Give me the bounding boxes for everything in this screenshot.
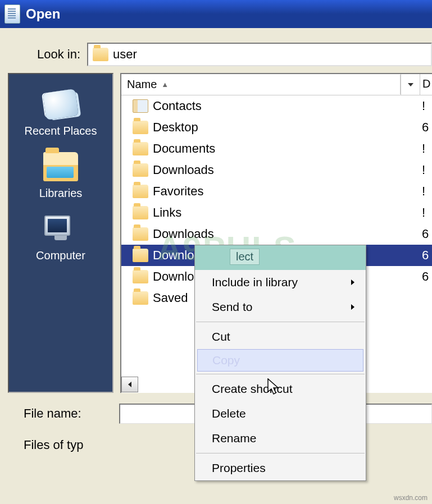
file-name: Links [153, 205, 181, 220]
menu-item-label: Rename [212, 432, 256, 445]
folder-icon [133, 291, 148, 305]
file-name: Saved [153, 291, 188, 305]
scroll-left-button[interactable] [121, 377, 138, 392]
folder-icon [133, 142, 148, 155]
file-name: Downloads [153, 227, 214, 241]
menu-item-label: lect [230, 249, 260, 265]
menu-item[interactable]: Send to [195, 295, 366, 319]
folder-icon [133, 121, 148, 134]
file-row[interactable]: Downloads! [121, 159, 432, 181]
column-header-row: Name ▲ D [121, 74, 432, 95]
folder-icon [133, 249, 148, 262]
svg-marker-0 [408, 83, 413, 86]
filetype-label: Files of typ [24, 438, 113, 452]
libraries-icon [43, 152, 78, 181]
file-trail: ! [422, 184, 432, 199]
file-name: Contacts [153, 99, 202, 113]
menu-separator [196, 453, 365, 453]
svg-marker-1 [128, 382, 131, 387]
file-name: Documents [153, 141, 215, 156]
sidebar-item-label: Computer [36, 249, 85, 262]
lookin-label: Look in: [37, 47, 80, 62]
places-sidebar: Recent Places Libraries Computer [8, 73, 113, 393]
menu-item-label: Cut [212, 330, 230, 343]
file-row[interactable]: Downloads6 [121, 223, 432, 245]
folder-icon [133, 270, 148, 283]
context-menu[interactable]: lectInclude in librarySend toCutCopyCrea… [194, 245, 366, 481]
sidebar-item-label: Libraries [39, 187, 83, 200]
column-header-next[interactable]: D [420, 74, 432, 95]
file-trail: 6 [422, 120, 432, 135]
folder-icon [133, 185, 148, 198]
file-row[interactable]: Contacts! [121, 95, 432, 117]
menu-item-label: Properties [212, 461, 266, 475]
file-row[interactable]: Links! [121, 202, 432, 223]
menu-item[interactable]: Properties [195, 456, 366, 480]
menu-separator [196, 322, 365, 322]
folder-icon [133, 206, 148, 219]
file-trail: ! [422, 205, 432, 220]
file-name: Downloads [153, 163, 214, 177]
titlebar[interactable]: Open [0, 0, 432, 28]
sidebar-item-label: Recent Places [25, 125, 97, 138]
filename-label: File name: [24, 406, 113, 421]
file-row[interactable]: Documents! [121, 138, 432, 159]
menu-item[interactable]: lect [195, 245, 366, 270]
menu-item[interactable]: Rename [195, 426, 366, 451]
file-trail: 6 [422, 269, 432, 284]
menu-item-label: Send to [212, 300, 252, 314]
lookin-row: Look in: user [0, 31, 432, 73]
menu-item-label: Delete [212, 407, 246, 420]
submenu-arrow-icon [350, 300, 356, 314]
lookin-value: user [113, 47, 137, 62]
file-row[interactable]: Favorites! [121, 181, 432, 202]
menu-item[interactable]: Include in library [195, 270, 366, 295]
recent-places-icon [43, 89, 79, 120]
menu-item[interactable]: Cut [195, 324, 366, 349]
file-row[interactable]: Desktop6 [121, 117, 432, 138]
menu-separator [196, 374, 365, 374]
column-header-name[interactable]: Name ▲ [121, 75, 401, 94]
folder-icon [133, 163, 148, 177]
menu-item[interactable]: Create shortcut [195, 377, 366, 401]
column-filter-dropdown[interactable] [401, 74, 420, 95]
menu-item-label: Create shortcut [212, 382, 293, 396]
submenu-arrow-icon [350, 276, 356, 289]
menu-item[interactable]: Copy [197, 349, 363, 372]
folder-icon [133, 227, 148, 241]
menu-item-label: Include in library [212, 276, 298, 289]
sidebar-item-computer[interactable]: Computer [9, 210, 112, 269]
computer-icon [44, 216, 77, 242]
file-trail: 6 [422, 248, 432, 263]
svg-marker-2 [351, 280, 354, 285]
svg-marker-3 [351, 304, 354, 310]
horizontal-scrollbar[interactable] [121, 376, 138, 393]
sort-ascending-icon: ▲ [161, 80, 169, 89]
file-trail: ! [422, 99, 432, 113]
menu-item[interactable]: Delete [195, 401, 366, 426]
file-name: Desktop [153, 120, 198, 135]
sidebar-item-libraries[interactable]: Libraries [9, 148, 112, 207]
source-mark: wsxdn.com [394, 494, 428, 502]
folder-icon [93, 48, 108, 61]
sidebar-item-recent-places[interactable]: Recent Places [9, 85, 112, 144]
contacts-icon [133, 99, 148, 113]
file-name: Favorites [153, 184, 203, 199]
notepad-icon [4, 4, 20, 24]
file-trail: ! [422, 163, 432, 177]
lookin-combo[interactable]: user [87, 43, 432, 66]
file-trail: 6 [422, 227, 432, 241]
menu-item-label: Copy [212, 354, 240, 367]
window-title: Open [26, 6, 60, 22]
file-trail: ! [422, 141, 432, 156]
